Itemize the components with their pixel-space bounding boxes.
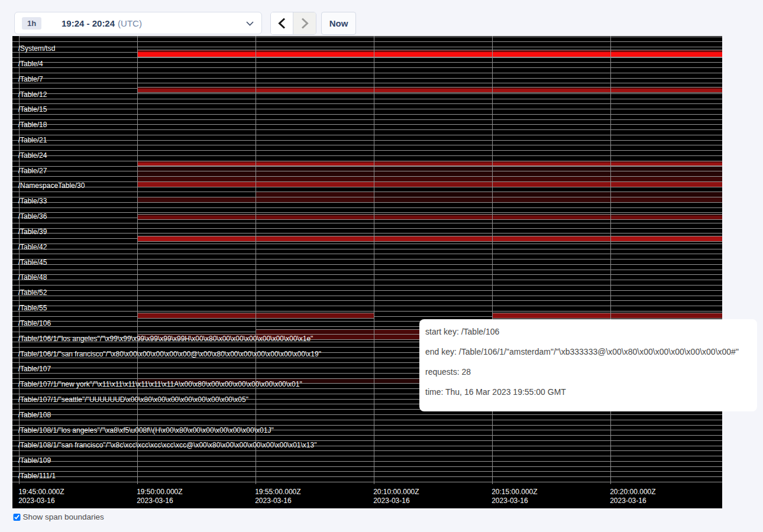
heatmap-band [374, 87, 492, 93]
heatmap-band [610, 87, 723, 93]
row-label: /Table/4 [18, 60, 43, 69]
heatmap-band [492, 236, 610, 242]
row-label: /Table/42 [18, 244, 47, 252]
span-boundary-line [12, 140, 723, 141]
row-label: /Table/52 [18, 289, 47, 297]
heatmap-band [374, 214, 492, 220]
row-label: /Table/108/1/"los angeles"/"\xa8\xf5\u00… [18, 427, 274, 435]
span-boundary-line [12, 41, 723, 42]
tooltip-requests: requests: 28 [425, 362, 749, 382]
span-boundary-line [12, 280, 723, 280]
span-boundary-line [12, 300, 723, 301]
span-boundary-line [12, 114, 723, 115]
time-gridline [610, 36, 612, 484]
x-axis-date-label: 2023-03-16 [610, 497, 646, 505]
span-boundary-line [12, 83, 723, 83]
x-axis-date-label: 2023-03-16 [255, 497, 291, 505]
row-label: /Table/55 [18, 304, 47, 313]
span-boundary-line [12, 285, 723, 286]
time-gridline [492, 36, 493, 484]
span-boundary-line [12, 435, 723, 436]
row-label: /Table/108 [18, 411, 51, 420]
span-boundary-line [12, 482, 723, 482]
heatmap-band [374, 181, 492, 187]
duration-badge: 1h [22, 17, 41, 30]
span-boundary-line [12, 290, 723, 291]
x-axis-time-label: 19:50:00.000Z [137, 488, 182, 497]
span-boundary-line [12, 155, 723, 156]
time-range-selector[interactable]: 1h 19:24 - 20:24 (UTC) [14, 12, 262, 34]
span-boundary-line [12, 103, 723, 104]
span-boundary-line [12, 414, 723, 415]
heatmap-tooltip: start key: /Table/106 end key: /Table/10… [419, 319, 758, 412]
heatmap-band [137, 313, 256, 319]
span-boundary-line [12, 274, 723, 275]
span-boundary-line [12, 471, 723, 472]
span-boundary-line [12, 212, 723, 213]
heatmap-band [256, 313, 374, 319]
span-boundary-line [12, 264, 723, 265]
span-boundary-line [12, 73, 723, 73]
heatmap-band [137, 214, 256, 220]
heatmap-band [610, 236, 723, 242]
span-boundary-line [12, 150, 723, 151]
time-gridline [137, 36, 138, 484]
tooltip-start-key: start key: /Table/106 [425, 322, 749, 342]
row-label: /Table/108/1/"san francisco"/"\x8c\xcc\x… [18, 442, 317, 450]
row-label: /Table/109 [18, 457, 51, 465]
heatmap-band [492, 214, 610, 220]
heatmap-band [492, 50, 610, 57]
heatmap-band [492, 181, 610, 187]
now-button[interactable]: Now [321, 12, 356, 35]
heatmap-band [374, 50, 492, 57]
x-axis-date-label: 2023-03-16 [18, 497, 54, 505]
x-axis-time-label: 19:55:00.000Z [255, 488, 300, 497]
span-boundary-line [12, 93, 723, 94]
span-boundary-line [12, 207, 723, 208]
heatmap-band [610, 50, 723, 57]
heatmap-band [256, 50, 374, 57]
row-label: /Table/12 [18, 91, 47, 99]
span-boundary-line [12, 466, 723, 467]
span-boundary-line [12, 249, 723, 249]
row-label: /NamespaceTable/30 [18, 182, 85, 190]
row-label: /Table/106/1/"san francisco"/"\x80\x00\x… [18, 351, 321, 359]
heatmap-band [492, 197, 610, 203]
heatmap-band [374, 236, 492, 242]
previous-interval-button[interactable] [271, 12, 293, 34]
x-axis-time-label: 19:45:00.000Z [18, 488, 64, 497]
show-span-boundaries-label: Show span boundaries [23, 513, 104, 521]
span-boundary-line [12, 67, 723, 68]
span-boundary-line [19, 37, 723, 37]
heatmap-band [610, 313, 723, 319]
span-boundary-line [12, 420, 723, 420]
span-boundary-line [12, 311, 723, 312]
x-axis-time-label: 20:20:00.000Z [610, 488, 655, 497]
x-axis-date-label: 2023-03-16 [373, 497, 409, 505]
heatmap-band [256, 197, 374, 203]
span-boundary-line [12, 223, 723, 223]
span-boundary-line [12, 109, 723, 109]
span-boundary-line [12, 124, 723, 125]
row-label: /Table/24 [18, 152, 47, 160]
time-gridline [256, 36, 257, 484]
span-boundary-line [12, 233, 723, 233]
time-range-text: 19:24 - 20:24 [62, 18, 115, 28]
next-interval-button[interactable] [293, 12, 316, 34]
heatmap-band [610, 181, 723, 187]
heatmap-band [492, 87, 610, 93]
row-label: /Table/48 [18, 274, 47, 282]
heatmap-band [610, 214, 723, 220]
heatmap-band [610, 197, 723, 203]
key-visualizer-heatmap[interactable]: /System/tsd/Table/4/Table/7/Table/12/Tab… [12, 36, 723, 508]
span-boundary-line [12, 456, 723, 456]
span-boundary-line [12, 306, 723, 306]
timezone-text: (UTC) [118, 18, 142, 28]
span-boundary-line [12, 476, 723, 477]
row-label: /Table/33 [18, 197, 47, 206]
x-axis-date-label: 2023-03-16 [137, 497, 173, 505]
show-span-boundaries-checkbox[interactable] [13, 514, 21, 521]
row-label: /Table/107/1/"seattle"/"UUUUUUD\x00\x80\… [18, 396, 248, 404]
heatmap-band [374, 197, 492, 203]
chevron-left-icon [278, 18, 286, 29]
